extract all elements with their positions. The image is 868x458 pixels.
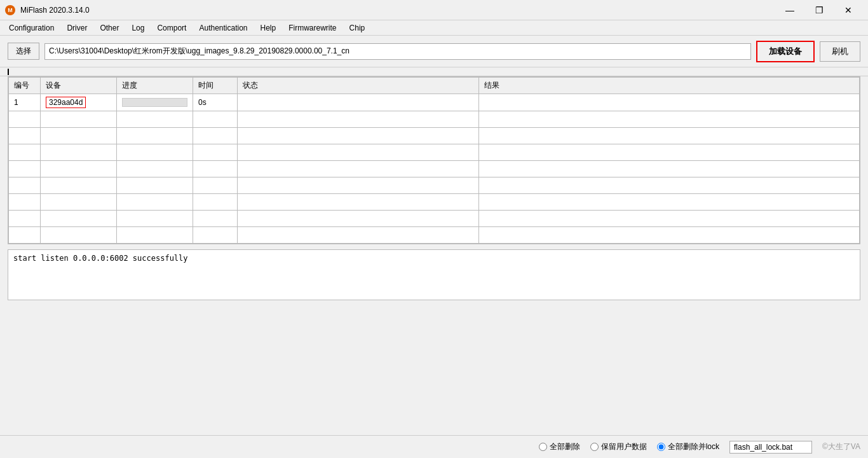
cursor-indicator xyxy=(8,69,9,75)
title-left: M MiFlash 2020.3.14.0 xyxy=(5,5,90,15)
col-header-num: 编号 xyxy=(9,78,41,94)
title-text: MiFlash 2020.3.14.0 xyxy=(20,6,90,15)
menu-chip[interactable]: Chip xyxy=(343,20,372,35)
close-button[interactable]: ✕ xyxy=(834,0,863,20)
cell-status xyxy=(238,94,479,111)
table-row-empty-4 xyxy=(9,161,860,177)
menu-log[interactable]: Log xyxy=(125,20,151,35)
table-row-empty-1 xyxy=(9,111,860,128)
radio-group-1[interactable]: 全部删除 xyxy=(539,441,580,452)
col-header-time: 时间 xyxy=(193,78,238,94)
menu-configuration[interactable]: Configuration xyxy=(3,20,60,35)
restore-button[interactable]: ❐ xyxy=(804,0,834,20)
table-row-empty-6 xyxy=(9,194,860,211)
flash-button[interactable]: 刷机 xyxy=(820,41,860,62)
flash-mode-input[interactable] xyxy=(729,441,812,454)
menu-authentication[interactable]: Authentication xyxy=(193,20,254,35)
app-icon: M xyxy=(5,5,15,15)
radio-all-delete[interactable] xyxy=(539,443,547,451)
menu-help[interactable]: Help xyxy=(254,20,283,35)
radio-delete-lock-label: 全部删除并lock xyxy=(668,441,719,452)
table-row-empty-7 xyxy=(9,211,860,227)
table-row: 1 329aa04d 0s xyxy=(9,94,860,111)
table-row-empty-5 xyxy=(9,177,860,194)
device-table: 编号 设备 进度 时间 状态 结果 1 329aa04d 0s xyxy=(8,77,860,244)
col-header-status: 状态 xyxy=(238,78,479,94)
radio-all-delete-label: 全部删除 xyxy=(550,441,580,452)
minimize-button[interactable]: — xyxy=(775,0,804,20)
log-area: start listen 0.0.0.0:6002 successfully xyxy=(8,249,860,300)
title-controls: — ❐ ✕ xyxy=(775,0,863,20)
bottom-bar: 全部删除 保留用户数据 全部删除并lock ©大生了VA xyxy=(0,435,868,458)
load-device-button[interactable]: 加载设备 xyxy=(756,41,815,62)
menu-comport[interactable]: Comport xyxy=(151,20,193,35)
cell-result xyxy=(479,94,860,111)
path-input[interactable] xyxy=(44,43,751,60)
col-header-device: 设备 xyxy=(41,78,117,94)
title-bar: M MiFlash 2020.3.14.0 — ❐ ✕ xyxy=(0,0,868,20)
table-row-empty-2 xyxy=(9,128,860,144)
menu-other[interactable]: Other xyxy=(93,20,125,35)
cell-progress xyxy=(117,94,193,111)
toolbar: 选择 加载设备 刷机 xyxy=(0,36,868,67)
table-body: 1 329aa04d 0s xyxy=(9,94,860,244)
radio-keep-data[interactable] xyxy=(590,443,599,451)
cursor-line xyxy=(0,67,868,76)
table-area: 编号 设备 进度 时间 状态 结果 1 329aa04d 0s xyxy=(8,76,860,244)
menu-firmwarewrite[interactable]: Firmwarewrite xyxy=(282,20,342,35)
table-row-empty-8 xyxy=(9,227,860,244)
device-id: 329aa04d xyxy=(46,97,86,108)
cell-time: 0s xyxy=(193,94,238,111)
col-header-progress: 进度 xyxy=(117,78,193,94)
cell-device: 329aa04d xyxy=(41,94,117,111)
radio-delete-lock[interactable] xyxy=(657,443,665,451)
log-content: start listen 0.0.0.0:6002 successfully xyxy=(13,254,188,263)
menu-bar: Configuration Driver Other Log Comport A… xyxy=(0,20,868,36)
radio-keep-data-label: 保留用户数据 xyxy=(601,441,647,452)
watermark: ©大生了VA xyxy=(822,441,860,452)
select-button[interactable]: 选择 xyxy=(8,43,39,60)
table-header-row: 编号 设备 进度 时间 状态 结果 xyxy=(9,78,860,94)
radio-group-3[interactable]: 全部删除并lock xyxy=(657,441,719,452)
radio-group-2[interactable]: 保留用户数据 xyxy=(590,441,647,452)
cell-num: 1 xyxy=(9,94,41,111)
col-header-result: 结果 xyxy=(479,78,860,94)
progress-bar-container xyxy=(122,98,187,107)
table-row-empty-3 xyxy=(9,144,860,161)
menu-driver[interactable]: Driver xyxy=(60,20,93,35)
